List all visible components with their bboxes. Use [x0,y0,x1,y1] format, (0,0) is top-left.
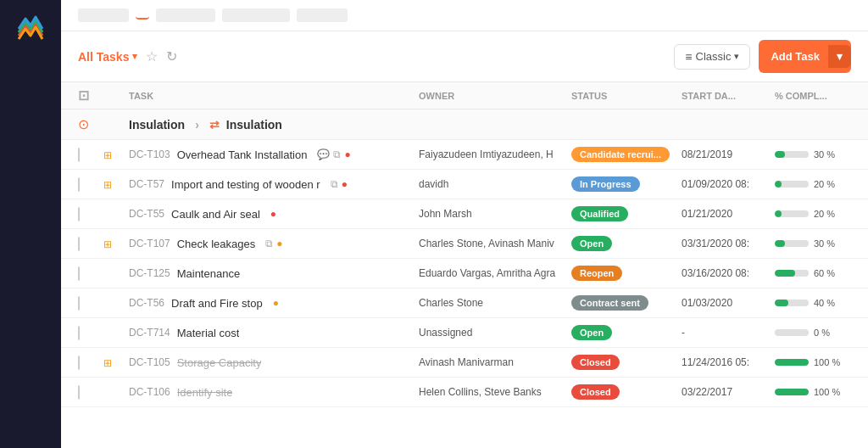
group-chevron[interactable]: ⊙ [78,116,103,132]
all-tasks-label: All Tasks [78,50,129,64]
task-icons: ● [270,208,276,220]
task-id: DC-T55 [129,208,164,220]
main-content: All Tasks ▾ ☆ ↻ ≡ Classic ▾ Add Task ▾ ⊡… [61,0,868,448]
warning-icon: ● [273,297,279,309]
copy-icon[interactable]: ⧉ [333,148,341,160]
progress-pct: 100 % [814,357,840,367]
classic-chevron-icon[interactable]: ▾ [734,51,739,62]
task-owner: Charles Stone [419,297,571,309]
topnav-item-1[interactable] [78,8,129,22]
task-cell: DC-T105 Storage Capacity [129,356,419,369]
progress-fill [775,240,785,247]
expand-icon[interactable]: ⊞ [103,238,112,250]
start-date: 03/31/2020 08: [682,238,775,249]
classic-view-button[interactable]: ≡ Classic ▾ [674,44,750,70]
task-icons: 💬 ⧉ ● [317,148,350,160]
topnav-item-5[interactable] [297,8,348,22]
row-checkbox[interactable] [78,326,80,340]
alert-icon: ● [342,178,348,190]
task-name[interactable]: Caulk and Air seal [171,208,260,221]
row-checkbox[interactable] [78,356,80,370]
progress-cell: 0 % [775,328,851,338]
progress-bar [775,359,809,366]
expand-icon[interactable]: ⊞ [103,357,112,369]
start-date: 01/03/2020 [682,297,775,309]
table-row: DC-T125 Maintenance Eduardo Vargas, Amri… [61,259,868,288]
progress-pct: 40 % [814,298,835,308]
progress-cell: 20 % [775,179,851,189]
row-checkbox[interactable] [78,207,80,221]
copy-icon[interactable]: ⧉ [331,178,338,190]
row-checkbox[interactable] [78,266,80,281]
group-parent-label: Insulation [129,118,185,132]
task-name[interactable]: Import and testing of wooden r [171,178,320,191]
task-cell: DC-T714 Material cost [129,327,419,339]
task-name[interactable]: Identify site [177,386,233,399]
header-status: STATUS [571,91,682,101]
topnav [61,0,868,31]
table-header: ⊡ TASK OWNER STATUS START DA... % COMPL.… [61,82,868,109]
alert-icon: ● [270,208,276,220]
task-name[interactable]: Storage Capacity [177,356,262,369]
expand-icon[interactable]: ⊞ [103,149,112,161]
status-badge: Candidate recrui... [571,147,670,162]
table-row: ⊞ DC-T57 Import and testing of wooden r … [61,170,868,199]
task-cell: DC-T125 Maintenance [129,267,419,280]
task-id: DC-T125 [129,267,170,279]
toolbar-right: ≡ Classic ▾ Add Task ▾ [674,40,851,73]
row-checkbox[interactable] [78,177,80,192]
row-checkbox[interactable] [78,385,80,400]
task-icons: ⧉ ● [331,178,348,190]
task-cell: DC-T57 Import and testing of wooden r ⧉ … [129,178,419,191]
task-name[interactable]: Overhead Tank Installation [177,148,308,161]
refresh-icon[interactable]: ↻ [166,48,177,64]
status-badge: In Progress [571,176,640,192]
task-name[interactable]: Maintenance [177,267,240,280]
group-child-label: Insulation [226,118,282,132]
row-checkbox[interactable] [78,148,80,162]
progress-bar [775,329,809,336]
copy-icon[interactable]: ⧉ [265,238,273,249]
expand-icon[interactable]: ⊞ [103,179,112,191]
task-id: DC-T107 [129,238,170,249]
task-owner: Helen Collins, Steve Banks [419,386,571,398]
task-name[interactable]: Material cost [177,327,240,339]
classic-label: Classic [696,50,732,63]
topnav-item-3[interactable] [156,8,215,22]
progress-pct: 30 % [814,238,835,249]
progress-pct: 30 % [814,149,835,160]
task-id: DC-T105 [129,356,170,368]
header-owner: OWNER [419,91,571,101]
progress-cell: 30 % [775,149,851,160]
progress-fill [775,389,809,395]
group-header: ⊙ Insulation › ⇄ Insulation [61,109,868,140]
task-cell: DC-T106 Identify site [129,386,419,399]
chat-icon[interactable]: 💬 [317,148,330,160]
status-badge: Open [571,236,612,251]
add-task-button[interactable]: Add Task ▾ [759,40,851,73]
task-name[interactable]: Draft and Fire stop [171,297,263,310]
header-icons: ⊡ [78,88,89,103]
table-row: ⊞ DC-T103 Overhead Tank Installation 💬 ⧉… [61,140,868,170]
task-name[interactable]: Check leakages [177,238,256,250]
task-cell: DC-T55 Caulk and Air seal ● [129,208,419,221]
favorite-icon[interactable]: ☆ [146,48,158,64]
add-task-arrow-icon[interactable]: ▾ [828,45,851,68]
header-check-col: ⊡ [78,87,103,104]
progress-fill [775,270,795,277]
chevron-down-icon[interactable]: ▾ [132,51,137,62]
topnav-tasks[interactable] [136,11,149,20]
alert-icon: ● [344,148,350,160]
task-id: DC-T106 [129,386,170,398]
table-body: ⊙ Insulation › ⇄ Insulation ⊞ DC-T103 Ov… [61,109,868,448]
progress-bar [775,270,809,277]
row-checkbox[interactable] [78,296,80,311]
progress-cell: 100 % [775,357,851,367]
start-date: 01/09/2020 08: [682,178,775,190]
all-tasks-button[interactable]: All Tasks ▾ [78,50,137,64]
topnav-item-4[interactable] [222,8,290,22]
row-checkbox[interactable] [78,237,80,251]
header-progress: % COMPL... [775,91,851,101]
sidebar [0,0,61,448]
add-task-label: Add Task [771,50,820,63]
